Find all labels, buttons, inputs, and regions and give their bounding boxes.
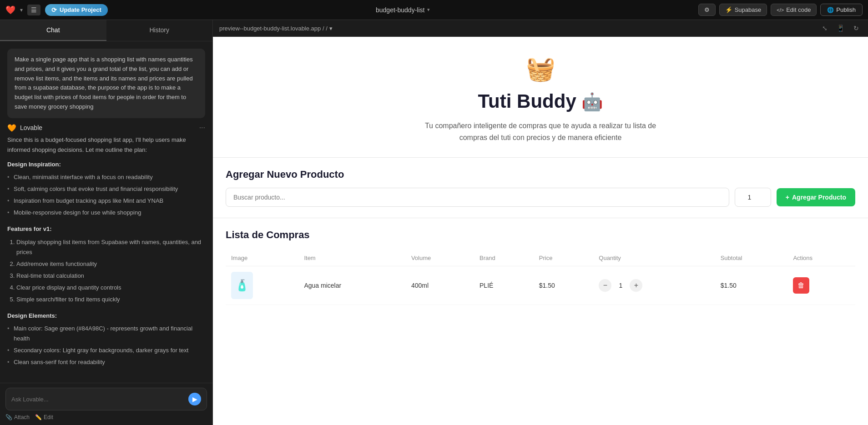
add-product-label: Agregar Producto [792,194,846,201]
cell-quantity: − 1 + [593,266,715,305]
list-item: Inspiration from budget tracking apps li… [7,195,205,207]
list-item: Clean sans-serif font for readability [7,356,205,368]
add-product-section: Agregar Nuevo Producto + Agregar Product… [213,158,868,218]
send-button[interactable]: ▶ [188,393,201,405]
cell-image: 🧴 [226,266,298,305]
publish-button[interactable]: Publish [820,4,863,16]
delete-item-button[interactable]: 🗑 [793,277,809,294]
topbar-chevron-icon: ▾ [20,7,23,13]
product-search-input[interactable] [226,188,729,207]
right-panel: preview--budget-buddy-list.lovable.app /… [213,20,868,425]
list-item: Mobile-responsive design for use while s… [7,207,205,219]
col-subtotal: Subtotal [715,250,788,266]
design-inspiration-list: Clean, minimalist interface with a focus… [7,171,205,219]
hero-subtitle: Tu compañero inteligente de compras que … [418,120,663,143]
update-project-button[interactable]: Update Project [45,4,108,16]
list-item: Main color: Sage green (#84A98C) - repre… [7,323,205,345]
hero-basket-icon: 🧺 [222,55,859,83]
topbar-left: ❤️ ▾ ☰ Update Project [5,4,108,16]
table-header-row: Image Item Volume Brand Price Quantity S… [226,250,855,266]
left-panel: Chat History Make a single page app that… [0,20,213,425]
ai-more-button[interactable]: ··· [199,124,205,132]
ai-avatar-icon: 🧡 [7,124,16,132]
cell-item: Agua micelar [298,266,406,305]
col-item: Item [298,250,406,266]
logo-icon: ❤️ [5,5,15,15]
col-volume: Volume [406,250,474,266]
col-actions: Actions [787,250,855,266]
url-bar: preview--budget-buddy-list.lovable.app /… [213,20,868,37]
ask-input[interactable] [11,396,188,403]
decrease-qty-button[interactable]: − [599,279,611,292]
tab-chat[interactable]: Chat [0,20,106,41]
globe-icon [827,6,834,13]
project-chevron-icon: ▾ [427,7,430,13]
mobile-view-button[interactable]: 📱 [834,24,847,33]
attach-icon: 📎 [5,414,12,420]
topbar-right: Supabase Edit code Publish [698,4,863,16]
project-name-center: budget-buddy-list ▾ [376,6,430,14]
qty-value: 1 [616,282,625,289]
table-row: 🧴 Agua micelar 400ml PLIÉ $1.50 − 1 + $1… [226,266,855,305]
attach-button[interactable]: 📎 Attach [5,414,30,420]
list-item: Secondary colors: Light gray for backgro… [7,345,205,356]
code-icon [777,6,784,13]
url-text: preview--budget-buddy-list.lovable.app /… [219,25,333,32]
cell-actions: 🗑 [787,266,855,305]
col-brand: Brand [474,250,534,266]
url-bar-right: ⤡ 📱 ↻ [819,24,862,33]
ai-message-header: 🧡 Lovable ··· [7,124,205,132]
list-item: Real-time total calculation [16,270,205,282]
chat-area: Make a single page app that is a shoppin… [0,41,212,383]
gear-icon [704,6,710,13]
edit-code-label: Edit code [786,6,811,13]
cell-volume: 400ml [406,266,474,305]
quantity-input[interactable] [735,188,771,207]
tab-history[interactable]: History [106,20,213,41]
open-external-button[interactable]: ⤡ [819,24,830,33]
input-tools: 📎 Attach ✏️ Edit [5,414,207,420]
add-product-button[interactable]: + Agregar Producto [777,188,855,206]
app-hero: 🧺 Tuti Buddy 🤖 Tu compañero inteligente … [213,37,868,158]
quantity-control: − 1 + [599,279,709,292]
list-item: Clean, minimalist interface with a focus… [7,171,205,183]
publish-label: Publish [836,6,856,13]
col-quantity: Quantity [593,250,715,266]
topbar: ❤️ ▾ ☰ Update Project budget-buddy-list … [0,0,868,20]
list-item: Clear price display and quantity control… [16,282,205,294]
plus-icon: + [786,194,789,201]
increase-qty-button[interactable]: + [630,279,642,292]
cell-brand: PLIÉ [474,266,534,305]
add-product-form: + Agregar Producto [226,188,855,207]
input-box: ▶ [5,388,207,410]
cell-subtotal: $1.50 [715,266,788,305]
update-project-label: Update Project [60,6,101,13]
ai-message-body: Since this is a budget-focused shopping … [7,135,205,369]
edit-code-button[interactable]: Edit code [771,4,817,16]
shopping-list-section: Lista de Compras Image Item Volume Brand… [213,218,868,316]
supabase-button[interactable]: Supabase [719,4,767,16]
features-list: Display shopping list items from Supabas… [7,236,205,306]
shopping-list-table: Image Item Volume Brand Price Quantity S… [226,250,855,305]
shopping-list-title: Lista de Compras [226,229,855,241]
hero-title: Tuti Buddy 🤖 [222,90,859,113]
edit-button[interactable]: ✏️ Edit [35,414,53,420]
sidebar-toggle-button[interactable]: ☰ [27,5,40,15]
project-name-text: budget-buddy-list [376,6,424,14]
user-message: Make a single page app that is a shoppin… [7,49,205,118]
ai-name: 🧡 Lovable [7,124,42,132]
col-image: Image [226,250,298,266]
cell-price: $1.50 [534,266,594,305]
table-body: 🧴 Agua micelar 400ml PLIÉ $1.50 − 1 + $1… [226,266,855,305]
settings-button[interactable] [698,4,716,16]
input-area: ▶ 📎 Attach ✏️ Edit [0,383,212,425]
edit-icon: ✏️ [35,414,42,420]
list-item: Display shopping list items from Supabas… [16,236,205,258]
preview-content: 🧺 Tuti Buddy 🤖 Tu compañero inteligente … [213,37,868,425]
refresh-button[interactable]: ↻ [851,24,862,33]
bolt-icon [725,6,732,13]
add-product-title: Agregar Nuevo Producto [226,169,855,180]
supabase-label: Supabase [735,6,762,13]
main-layout: Chat History Make a single page app that… [0,20,868,425]
list-item: Add/remove items functionality [16,258,205,270]
